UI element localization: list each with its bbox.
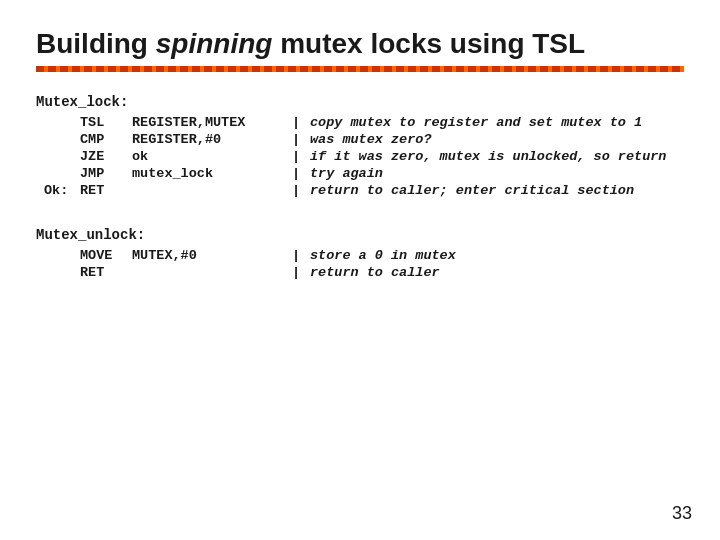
title-underline (36, 66, 684, 72)
pipe-cell: | (292, 264, 310, 281)
indent-cell (44, 264, 80, 281)
table-row: JZE ok | if it was zero, mutex is unlock… (44, 148, 666, 165)
title-prefix: Building (36, 28, 156, 59)
pipe-cell: | (292, 148, 310, 165)
table-row: RET | return to caller (44, 264, 456, 281)
operand-cell: MUTEX,#0 (132, 247, 292, 264)
mutex-lock-label: Mutex_lock: (36, 94, 684, 110)
mutex-unlock-label: Mutex_unlock: (36, 227, 684, 243)
pipe-cell: | (292, 131, 310, 148)
mutex-lock-section: Mutex_lock: TSL REGISTER,MUTEX | copy mu… (36, 94, 684, 199)
table-row: CMP REGISTER,#0 | was mutex zero? (44, 131, 666, 148)
operand-cell: REGISTER,MUTEX (132, 114, 292, 131)
table-row: TSL REGISTER,MUTEX | copy mutex to regis… (44, 114, 666, 131)
mnemonic-cell: RET (80, 264, 132, 281)
indent-cell (44, 114, 80, 131)
comment-cell: return to caller; enter critical section (310, 182, 666, 199)
operand-cell (132, 182, 292, 199)
comment-cell: store a 0 in mutex (310, 247, 456, 264)
indent-cell (44, 131, 80, 148)
indent-cell (44, 165, 80, 182)
title-suffix: mutex locks using TSL (272, 28, 585, 59)
slide-title: Building spinning mutex locks using TSL (36, 28, 684, 60)
comment-cell: if it was zero, mutex is unlocked, so re… (310, 148, 666, 165)
pipe-cell: | (292, 247, 310, 264)
pipe-cell: | (292, 182, 310, 199)
comment-cell: try again (310, 165, 666, 182)
ok-label-cell: Ok: (44, 182, 80, 199)
comment-cell: copy mutex to register and set mutex to … (310, 114, 666, 131)
table-row: JMP mutex_lock | try again (44, 165, 666, 182)
pipe-cell: | (292, 165, 310, 182)
table-row: MOVE MUTEX,#0 | store a 0 in mutex (44, 247, 456, 264)
title-italic: spinning (156, 28, 273, 59)
mnemonic-cell: CMP (80, 131, 132, 148)
mutex-unlock-table: MOVE MUTEX,#0 | store a 0 in mutex RET |… (44, 247, 456, 281)
mnemonic-cell: RET (80, 182, 132, 199)
mnemonic-cell: JZE (80, 148, 132, 165)
slide-container: Building spinning mutex locks using TSL … (0, 0, 720, 540)
mutex-unlock-section: Mutex_unlock: MOVE MUTEX,#0 | store a 0 … (36, 227, 684, 281)
operand-cell (132, 264, 292, 281)
pipe-cell: | (292, 114, 310, 131)
mnemonic-cell: JMP (80, 165, 132, 182)
operand-cell: mutex_lock (132, 165, 292, 182)
operand-cell: REGISTER,#0 (132, 131, 292, 148)
indent-cell (44, 148, 80, 165)
mnemonic-cell: MOVE (80, 247, 132, 264)
mnemonic-cell: TSL (80, 114, 132, 131)
operand-cell: ok (132, 148, 292, 165)
page-number: 33 (672, 503, 692, 524)
comment-cell: return to caller (310, 264, 456, 281)
comment-cell: was mutex zero? (310, 131, 666, 148)
table-row: Ok: RET | return to caller; enter critic… (44, 182, 666, 199)
indent-cell (44, 247, 80, 264)
mutex-lock-table: TSL REGISTER,MUTEX | copy mutex to regis… (44, 114, 666, 199)
